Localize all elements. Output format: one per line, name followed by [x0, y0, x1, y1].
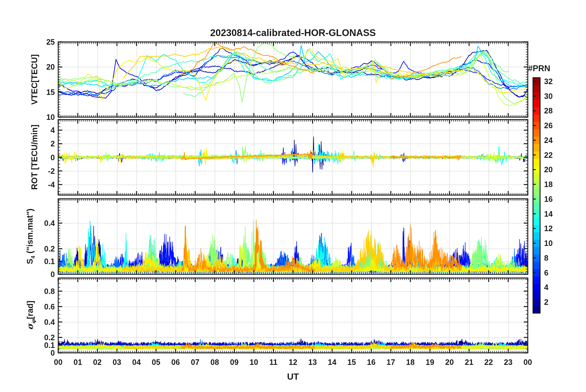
x-tick-label: 22	[484, 358, 493, 367]
y-tick-label: 0.2	[44, 244, 55, 253]
y-axis-label-sigma-phi: σφ[rad]	[25, 300, 36, 330]
colorbar-tick-label: 6	[544, 268, 548, 277]
chart-canvas	[0, 0, 586, 392]
x-tick-label: 07	[191, 358, 200, 367]
y-tick-label: 15	[46, 88, 55, 96]
chart-title: 20230814-calibrated-HOR-GLONASS	[210, 27, 376, 39]
colorbar-tick-label: 24	[544, 136, 553, 145]
colorbar-tick-label: 4	[544, 283, 548, 292]
s4-symbol: S	[25, 259, 35, 264]
x-tick-label: 20	[445, 358, 454, 367]
colorbar-tick-label: 10	[544, 239, 553, 248]
y-tick-label: 2	[51, 139, 55, 148]
y-tick-label: 0.1	[44, 341, 55, 349]
y-tick-label: 20	[46, 63, 55, 71]
x-tick-label: 11	[269, 358, 277, 367]
colorbar-tick-label: 30	[544, 92, 553, 100]
x-tick-label: 23	[504, 358, 513, 367]
x-tick-label: 14	[328, 358, 336, 367]
colorbar-tick-label: 12	[544, 224, 553, 233]
colorbar-tick-label: 8	[544, 253, 548, 262]
y-tick-label: 25	[46, 38, 55, 47]
x-tick-label: 05	[152, 358, 161, 367]
y-tick-label: 0.2	[44, 333, 55, 342]
x-tick-label: 00	[54, 358, 63, 367]
x-tick-label: 16	[367, 358, 376, 367]
y-tick-label: 0.4	[44, 218, 55, 227]
x-tick-label: 06	[171, 358, 180, 367]
x-tick-label: 13	[308, 358, 317, 367]
colorbar-tick-label: 26	[544, 121, 553, 130]
s4-subscript: 4	[30, 256, 36, 259]
sigma-unit: [rad]	[26, 300, 35, 319]
x-tick-label: 19	[426, 358, 434, 367]
figure: 20230814-calibrated-HOR-GLONASS VTEC[TEC…	[0, 0, 586, 392]
y-tick-label: 0	[51, 153, 55, 162]
colorbar-title: #PRN	[528, 64, 550, 73]
phi-subscript: φ	[30, 319, 36, 324]
y-tick-label: 0	[51, 270, 55, 279]
y-axis-label-rot: ROT [TECU/min]	[30, 125, 39, 190]
colorbar-tick-label: 16	[544, 194, 553, 203]
colorbar-tick-label: 22	[544, 150, 553, 159]
x-tick-label: 01	[74, 358, 82, 367]
y-tick-label: 10	[46, 113, 55, 122]
y-tick-label: -4	[48, 180, 55, 189]
y-axis-label-s4: S4 ("ism.mat")	[25, 209, 36, 264]
x-axis-label: UT	[287, 372, 299, 382]
y-tick-label: 0.1	[44, 257, 55, 266]
y-tick-label: 0.6	[44, 302, 55, 311]
y-axis-label-vtec: VTEC[TECU]	[30, 54, 39, 105]
x-tick-label: 09	[230, 358, 239, 367]
y-tick-label: 0.8	[44, 287, 55, 296]
y-tick-label: 0	[51, 349, 55, 357]
x-tick-label: 17	[387, 358, 395, 367]
colorbar-tick-label: 14	[544, 209, 553, 218]
x-tick-label: 04	[132, 358, 141, 367]
x-tick-label: 02	[93, 358, 102, 367]
x-tick-label: 00	[523, 358, 532, 367]
x-tick-label: 12	[289, 358, 297, 367]
colorbar-tick-label: 20	[544, 165, 553, 174]
y-tick-label: -2	[48, 166, 55, 175]
colorbar-tick-label: 32	[544, 77, 553, 86]
y-tick-label: 4	[51, 126, 55, 135]
x-tick-label: 10	[250, 358, 258, 367]
y-tick-label: 0.4	[44, 317, 55, 326]
s4-unit: ("ism.mat")	[25, 209, 35, 256]
x-tick-label: 15	[348, 358, 356, 367]
x-tick-label: 18	[406, 358, 415, 367]
x-tick-label: 21	[465, 358, 474, 367]
colorbar-tick-label: 18	[544, 180, 553, 189]
sigma-symbol: σ	[25, 324, 35, 330]
colorbar-tick-label: 28	[544, 106, 553, 115]
x-tick-label: 03	[113, 358, 121, 367]
x-tick-label: 08	[210, 358, 219, 367]
colorbar-tick-label: 2	[544, 298, 548, 307]
